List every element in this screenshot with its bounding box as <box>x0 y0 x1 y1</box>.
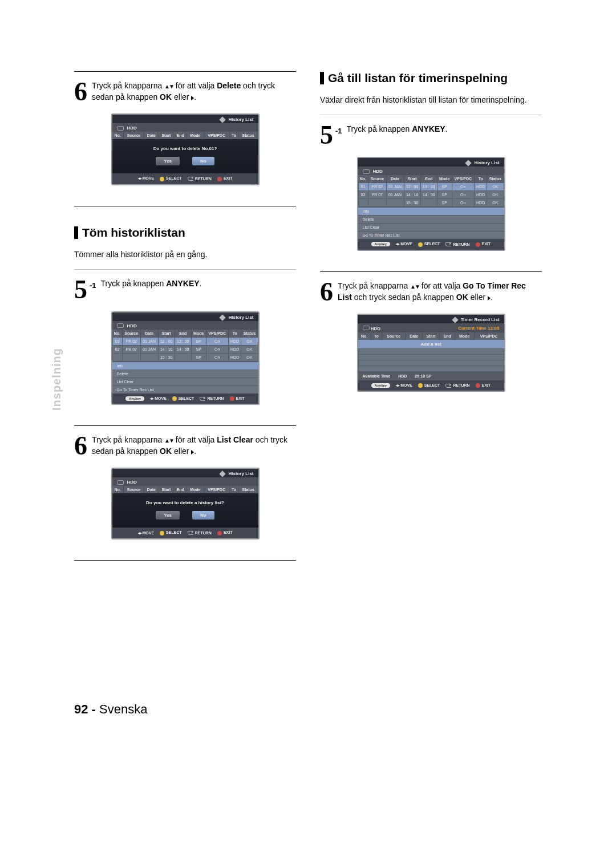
cylinder-icon <box>117 126 124 131</box>
yes-button[interactable]: Yes <box>156 157 180 165</box>
section-heading-timer: Gå till listan för timerinspelning <box>320 71 542 85</box>
menu-list-clear[interactable]: List Clear <box>112 378 258 386</box>
divider <box>74 560 296 561</box>
divider <box>320 271 542 272</box>
cylinder-icon <box>363 169 370 174</box>
figure-timer-record-list: Timer Record List HDD Current Time 12:03… <box>357 314 505 392</box>
diamond-icon <box>452 317 458 323</box>
history-table-header: No.SourceDateStartEndModeVPS/PDCToStatus <box>112 132 258 139</box>
diamond-icon <box>220 314 226 320</box>
step-text: Tryck på knappen ANYKEY. <box>347 123 448 147</box>
section-subtitle: Tömmer alla historiklistor på en gång. <box>74 250 296 259</box>
step-6a: 6 Tryck på knapparna ▲▼ för att välja De… <box>74 80 296 103</box>
cylinder-icon <box>117 480 124 485</box>
context-menu: Info Delete List Clear Go To Timer Rec L… <box>112 362 258 393</box>
screen-footer: Anykey ◂▸ MOVE SELECT RETURN EXIT <box>358 380 504 391</box>
step-number: 6 <box>74 80 87 103</box>
right-column: Gå till listan för timerinspelning Växla… <box>320 71 542 569</box>
menu-delete[interactable]: Delete <box>358 215 504 223</box>
no-button[interactable]: No <box>192 157 214 165</box>
screen-footer: Anykey ◂▸ MOVE SELECT RETURN EXIT <box>112 393 258 404</box>
step-sup: -1 <box>90 281 96 290</box>
history-table: No.SourceDateStartEndModeVPS/PDCToStatus… <box>112 330 258 362</box>
step-6c: 6 Tryck på knapparna ▲▼ för att välja Go… <box>320 280 542 303</box>
step-number: 5 <box>320 123 333 147</box>
anykey-pill: Anykey <box>371 242 390 246</box>
menu-goto-timer[interactable]: Go To Timer Rec List <box>358 231 504 239</box>
history-table: No.SourceDateStartEndModeVPS/PDCToStatus… <box>358 175 504 207</box>
menu-goto-timer[interactable]: Go To Timer Rec List <box>112 386 258 393</box>
figure-delete-history-list: History List HDD No.SourceDateStartEndMo… <box>111 468 260 539</box>
history-table-header: No.SourceDateStartEndModeVPS/PDCToStatus <box>112 486 258 493</box>
yes-button[interactable]: Yes <box>156 511 180 520</box>
right-arrow-icon <box>488 296 491 301</box>
section-subtitle: Växlar direkt från historiklistan till l… <box>320 95 542 104</box>
step-5-1b: 5 -1 Tryck på knappen ANYKEY. <box>320 123 542 147</box>
cylinder-icon <box>363 326 370 330</box>
screen-footer: Anykey ◂▸ MOVE SELECT RETURN EXIT <box>358 239 504 249</box>
step-sup: -1 <box>335 127 342 135</box>
step-text: Tryck på knapparna ▲▼ för att välja List… <box>92 434 296 457</box>
step-number: 6 <box>320 280 333 303</box>
diamond-icon <box>465 160 472 167</box>
step-number: 5 <box>74 278 87 301</box>
updown-icon: ▲▼ <box>164 83 173 90</box>
screen-footer: ◂▸ MOVE SELECT RETURN EXIT <box>112 528 258 538</box>
figure-history-menu-right: History List HDD No.SourceDateStartEndMo… <box>357 157 505 250</box>
cylinder-icon <box>117 323 124 328</box>
left-column: 6 Tryck på knapparna ▲▼ för att välja De… <box>74 71 296 569</box>
figure-delete-no01: History List HDD No.SourceDateStartEndMo… <box>111 113 260 185</box>
step-6b: 6 Tryck på knapparna ▲▼ för att välja Li… <box>74 434 296 457</box>
step-text: Tryck på knappen ANYKEY. <box>101 278 202 301</box>
menu-delete[interactable]: Delete <box>112 370 258 378</box>
anykey-pill: Anykey <box>371 383 390 388</box>
prompt-text: Do you want to delete a history list? <box>112 493 258 511</box>
available-time-bar: Available Time HDD 29:10 SP <box>358 372 504 380</box>
right-arrow-icon <box>191 450 194 455</box>
divider <box>74 425 296 426</box>
divider <box>320 115 542 115</box>
no-button[interactable]: No <box>192 511 214 520</box>
menu-info[interactable]: Info <box>358 207 504 215</box>
menu-info[interactable]: Info <box>112 362 258 370</box>
page-columns: 6 Tryck på knapparna ▲▼ för att välja De… <box>0 0 616 569</box>
section-heading-tom: Töm historiklistan <box>74 226 296 240</box>
right-arrow-icon <box>191 96 194 100</box>
updown-icon: ▲▼ <box>164 437 173 444</box>
step-text: Tryck på knapparna ▲▼ för att välja Dele… <box>92 80 296 103</box>
timer-table: No.ToSourceDateStartEndModeVPS/PDC <box>358 332 504 340</box>
updown-icon: ▲▼ <box>410 283 419 290</box>
diamond-icon <box>220 471 226 477</box>
context-menu: Info Delete List Clear Go To Timer Rec L… <box>358 207 504 239</box>
current-time-label: Current Time 12:03 <box>458 326 499 331</box>
step-text: Tryck på knapparna ▲▼ för att välja Go T… <box>338 280 542 303</box>
divider <box>74 269 296 270</box>
figure-history-menu-left: History List HDD No.SourceDateStartEndMo… <box>111 311 260 405</box>
divider <box>74 71 296 72</box>
divider <box>74 206 296 206</box>
step-5-1a: 5 -1 Tryck på knappen ANYKEY. <box>74 278 296 301</box>
prompt-text: Do you want to delete No.01? <box>112 139 258 157</box>
side-tab: Inspelning <box>50 348 63 411</box>
page-number: 92 - Svenska <box>74 702 147 717</box>
menu-list-clear[interactable]: List Clear <box>358 223 504 231</box>
add-a-list-row[interactable]: Add a list <box>358 340 504 348</box>
screen-footer: ◂▸ MOVE SELECT RETURN EXIT <box>112 173 258 184</box>
diamond-icon <box>220 117 226 123</box>
step-number: 6 <box>74 434 87 457</box>
anykey-pill: Anykey <box>125 396 144 401</box>
